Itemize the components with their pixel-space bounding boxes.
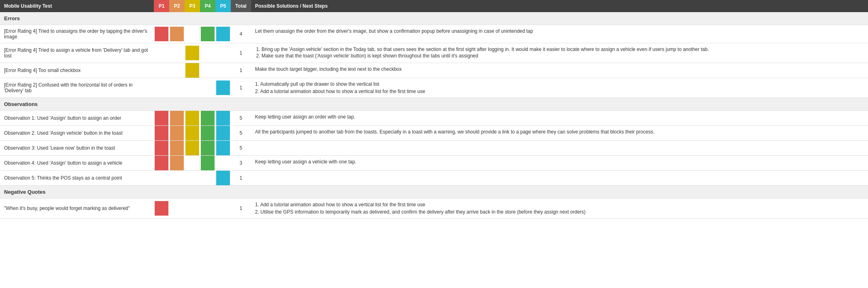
bar-cell-p2 <box>169 43 185 63</box>
table-row: Observation 2: Used 'Assign vehicle' but… <box>0 126 868 141</box>
bar-cell-p1 <box>154 156 169 171</box>
table-row: "When it's busy, people would forget mar… <box>0 199 868 218</box>
row-solutions: Bring up the 'Assign vehicle' section in… <box>251 43 868 63</box>
row-name: Observation 2: Used 'Assign vehicle' but… <box>0 126 154 141</box>
header-title: Mobile Usability Test <box>0 0 154 12</box>
bar-cell-p3 <box>185 43 200 63</box>
section-header-row: Negative Quotes <box>0 186 868 199</box>
bar-cell-p3 <box>185 141 200 156</box>
bar-p1 <box>155 201 168 216</box>
bar-p3 <box>185 126 199 140</box>
bar-p1 <box>155 111 168 125</box>
bar-p4 <box>201 111 215 125</box>
bar-p3 <box>185 46 199 60</box>
table-row: [Error Rating 4] Tried to unassigns the … <box>0 25 868 43</box>
section-label: Negative Quotes <box>0 186 868 199</box>
bar-cell-p1 <box>154 78 169 98</box>
row-total: 1 <box>231 63 251 78</box>
bar-cell-p5 <box>215 25 231 43</box>
bar-p3 <box>185 141 199 155</box>
row-total: 1 <box>231 199 251 218</box>
table-row: Observation 4: Used 'Assign' button to a… <box>0 156 868 171</box>
solution-item: 1. Add a tutorial animation about how to… <box>255 202 864 208</box>
bar-cell-p1 <box>154 43 169 63</box>
bar-cell-p2 <box>169 63 185 78</box>
row-name: [Error Rating 4] Too small checkbox <box>0 63 154 78</box>
row-solutions <box>251 171 868 186</box>
bar-p2 <box>170 141 184 155</box>
bar-p2 <box>170 111 184 125</box>
row-solutions: Keep letting user assign an order with o… <box>251 111 868 126</box>
bar-p3 <box>185 111 199 125</box>
row-name: "When it's busy, people would forget mar… <box>0 199 154 218</box>
bar-cell-p5 <box>215 141 231 156</box>
row-total: 4 <box>231 25 251 43</box>
bar-p4 <box>201 27 215 41</box>
bar-p5 <box>216 80 230 95</box>
bar-cell-p2 <box>169 156 185 171</box>
bar-cell-p5 <box>215 43 231 63</box>
bar-cell-p1 <box>154 171 169 186</box>
bar-cell-p1 <box>154 126 169 141</box>
bar-p1 <box>155 141 168 155</box>
row-solutions: Keep letting user assign a vehicle with … <box>251 156 868 171</box>
row-name: Observation 4: Used 'Assign' button to a… <box>0 156 154 171</box>
bar-cell-p3 <box>185 171 200 186</box>
bar-cell-p1 <box>154 141 169 156</box>
header-p1: P1 <box>154 0 169 12</box>
bar-p5 <box>216 27 230 41</box>
bar-cell-p5 <box>215 199 231 218</box>
bar-cell-p4 <box>200 156 215 171</box>
main-table: Mobile Usability Test P1 P2 P3 P4 P5 Tot… <box>0 0 868 218</box>
row-name: Observation 1: Used 'Assign' button to a… <box>0 111 154 126</box>
bar-cell-p4 <box>200 141 215 156</box>
bar-cell-p4 <box>200 126 215 141</box>
bar-cell-p2 <box>169 111 185 126</box>
row-total: 1 <box>231 171 251 186</box>
bar-p2 <box>170 156 184 170</box>
solution-item: Make sure that the toast ('Assign vehicl… <box>262 53 864 59</box>
bar-cell-p4 <box>200 78 215 98</box>
bar-cell-p4 <box>200 199 215 218</box>
bar-cell-p5 <box>215 126 231 141</box>
header-total: Total <box>231 0 251 12</box>
solution-item: 2. Add a tutorial animation about how to… <box>255 89 864 94</box>
bar-cell-p5 <box>215 111 231 126</box>
bar-p2 <box>170 27 184 41</box>
table-row: Observation 5: Thinks the POS stays as a… <box>0 171 868 186</box>
row-name: [Error Rating 4] Tried to unassigns the … <box>0 25 154 43</box>
bar-cell-p3 <box>185 156 200 171</box>
bar-cell-p3 <box>185 111 200 126</box>
table-row: [Error Rating 4] Tried to assign a vehic… <box>0 43 868 63</box>
row-solutions: 1. Add a tutorial animation about how to… <box>251 199 868 218</box>
row-total: 1 <box>231 78 251 98</box>
bar-cell-p2 <box>169 141 185 156</box>
bar-p1 <box>155 27 168 41</box>
bar-cell-p3 <box>185 63 200 78</box>
bar-cell-p3 <box>185 199 200 218</box>
header-p2: P2 <box>169 0 185 12</box>
bar-cell-p4 <box>200 43 215 63</box>
row-total: 5 <box>231 111 251 126</box>
header-p5: P5 <box>215 0 231 12</box>
bar-cell-p5 <box>215 156 231 171</box>
bar-cell-p2 <box>169 171 185 186</box>
bar-cell-p2 <box>169 25 185 43</box>
bar-cell-p2 <box>169 126 185 141</box>
bar-cell-p4 <box>200 63 215 78</box>
row-name: Observation 3: Used 'Leave now' button i… <box>0 141 154 156</box>
row-solutions: 1. Automatically pull up the drawer to s… <box>251 78 868 98</box>
row-total: 3 <box>231 156 251 171</box>
row-name: [Error Rating 4] Tried to assign a vehic… <box>0 43 154 63</box>
bar-p4 <box>201 126 215 140</box>
table-row: Observation 3: Used 'Leave now' button i… <box>0 141 868 156</box>
row-name: [Error Rating 2] Confused with the horiz… <box>0 78 154 98</box>
bar-p1 <box>155 156 168 170</box>
bar-p5 <box>216 126 230 140</box>
bar-cell-p3 <box>185 126 200 141</box>
bar-cell-p4 <box>200 171 215 186</box>
table-row: [Error Rating 4] Too small checkbox1Make… <box>0 63 868 78</box>
row-solutions: All the participants jumped to another t… <box>251 126 868 141</box>
bar-cell-p1 <box>154 25 169 43</box>
row-solutions <box>251 141 868 156</box>
